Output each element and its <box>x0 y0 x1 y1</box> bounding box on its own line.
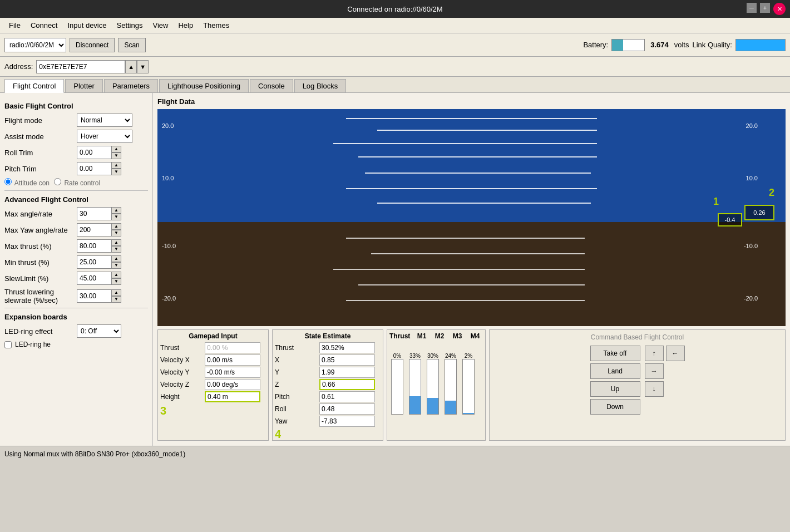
pitch-trim-label: Pitch Trim <box>4 165 77 173</box>
chart-label-neg10-right: -10.0 <box>744 243 758 249</box>
tab-console[interactable]: Console <box>250 79 293 92</box>
annotation-num-1: 1 <box>713 196 719 208</box>
tab-plotter[interactable]: Plotter <box>65 79 103 92</box>
menu-view[interactable]: View <box>148 20 172 31</box>
command-title: Command Based Flight Control <box>493 333 782 341</box>
led-ring-he-row: LED-ring he <box>4 341 148 348</box>
menubar: File Connect Input device Settings View … <box>0 18 790 33</box>
state-pitch-value: 0.61 <box>319 391 375 402</box>
slew-row: SlewLimit (%) ▲ ▼ <box>4 272 148 285</box>
scan-button[interactable]: Scan <box>118 38 145 52</box>
arrow-down-button[interactable]: ↓ <box>645 381 664 397</box>
min-thrust-up[interactable]: ▲ <box>111 255 121 262</box>
take-off-button[interactable]: Take off <box>590 346 640 361</box>
attitude-radio[interactable] <box>4 178 12 185</box>
down-button[interactable]: Down <box>590 399 640 415</box>
chart-line-1 <box>346 118 598 119</box>
slew-up[interactable]: ▲ <box>111 272 121 278</box>
max-angle-down[interactable]: ▼ <box>111 214 121 220</box>
max-thrust-input[interactable] <box>77 239 111 253</box>
state-roll-row: Roll 0.48 <box>275 403 381 415</box>
state-roll-value: 0.48 <box>319 403 375 415</box>
rate-radio[interactable] <box>54 178 61 185</box>
gamepad-thrust-value: 0.00 % <box>205 342 260 353</box>
advanced-flight-title: Advanced Flight Control <box>4 195 148 204</box>
state-z-value: 0.66 <box>319 379 375 390</box>
led-ring-label: LED-ring effect <box>4 327 77 336</box>
tab-log-blocks[interactable]: Log Blocks <box>294 79 347 92</box>
menu-help[interactable]: Help <box>174 20 198 31</box>
menu-settings[interactable]: Settings <box>112 20 147 31</box>
thrust-lower-input[interactable] <box>77 289 111 303</box>
pitch-trim-up[interactable]: ▲ <box>111 162 121 169</box>
max-thrust-down[interactable]: ▼ <box>111 246 121 253</box>
menu-themes[interactable]: Themes <box>199 20 234 31</box>
pitch-trim-input[interactable]: 0.00 <box>77 162 111 175</box>
address-input[interactable] <box>36 60 125 73</box>
tab-flight-control[interactable]: Flight Control <box>4 79 64 93</box>
arrow-right-button[interactable]: → <box>645 363 664 379</box>
expansion-title: Expansion boards <box>4 313 148 321</box>
minimize-button[interactable]: ─ <box>747 3 757 13</box>
max-yaw-up[interactable]: ▲ <box>111 223 121 230</box>
max-yaw-input[interactable] <box>77 223 111 237</box>
thrust-bar-outer-m2 <box>409 359 421 415</box>
state-estimate-panel: State Estimate Thrust 30.52% X 0.85 Y 1.… <box>272 329 383 441</box>
min-thrust-row: Min thrust (%) ▲ ▼ <box>4 255 148 269</box>
assist-mode-select[interactable]: Hover Altitude Hold <box>77 130 132 143</box>
land-button[interactable]: Land <box>590 363 640 379</box>
state-x-value: 0.85 <box>319 354 375 366</box>
max-angle-spinner: ▲ ▼ <box>77 207 121 220</box>
flight-mode-select[interactable]: Normal Advanced <box>77 114 132 127</box>
connection-select[interactable]: radio://0/60/2M <box>4 38 66 52</box>
slew-input[interactable] <box>77 272 111 285</box>
pitch-trim-down[interactable]: ▼ <box>111 169 121 175</box>
attitude-radio-label[interactable]: Attitude con <box>4 178 50 187</box>
max-thrust-up[interactable]: ▲ <box>111 239 121 246</box>
tab-lighthouse-positioning[interactable]: Lighthouse Positioning <box>159 79 249 92</box>
menu-input-device[interactable]: Input device <box>63 20 111 31</box>
roll-trim-up[interactable]: ▲ <box>111 146 121 152</box>
max-angle-input[interactable] <box>77 207 111 220</box>
disconnect-button[interactable]: Disconnect <box>70 38 115 52</box>
thrust-lower-down[interactable]: ▼ <box>111 296 121 303</box>
led-ring-select[interactable]: 0: Off 1: On <box>77 324 121 338</box>
menu-file[interactable]: File <box>4 20 25 31</box>
max-angle-label: Max angle/rate <box>4 210 77 218</box>
chart-label-20-left: 20.0 <box>162 122 174 129</box>
min-thrust-input[interactable] <box>77 255 111 269</box>
status-text: Using Normal mux with 8BitDo SN30 Pro+ (… <box>4 450 185 458</box>
close-button[interactable]: ✕ <box>773 3 786 15</box>
maximize-button[interactable]: + <box>760 3 770 13</box>
thrust-bar-m4: 24% <box>443 353 458 415</box>
min-thrust-down[interactable]: ▼ <box>111 262 121 269</box>
arrow-up-button[interactable]: ↑ <box>645 346 664 361</box>
chart-label-10-left: 10.0 <box>162 175 174 181</box>
arrow-left-button[interactable]: ← <box>666 346 685 361</box>
gamepad-vely-value: -0.00 m/s <box>205 367 260 378</box>
led-ring-he-checkbox[interactable] <box>4 341 12 348</box>
gamepad-height-row: Height 0.40 m <box>160 391 266 402</box>
chart-blue-area: 20.0 10.0 20.0 10.0 <box>157 109 786 222</box>
roll-trim-down[interactable]: ▼ <box>111 152 121 159</box>
address-up-button[interactable]: ▲ <box>125 60 137 73</box>
thrust-bar-outer-m4 <box>445 359 457 415</box>
gamepad-velz-row: Velocity Z 0.00 deg/s <box>160 379 266 390</box>
slew-down[interactable]: ▼ <box>111 278 121 285</box>
gamepad-title: Gamepad Input <box>160 332 266 340</box>
menu-connect[interactable]: Connect <box>26 20 62 31</box>
thrust-bars-container: 0% 33% 30% <box>389 342 483 415</box>
address-down-button[interactable]: ▼ <box>137 60 149 73</box>
up-button[interactable]: Up <box>590 381 640 397</box>
gamepad-velx-value: 0.00 m/s <box>205 354 260 366</box>
tab-parameters[interactable]: Parameters <box>104 79 158 92</box>
max-yaw-down[interactable]: ▼ <box>111 230 121 237</box>
thrust-lower-up[interactable]: ▲ <box>111 289 121 296</box>
rate-radio-label[interactable]: Rate control <box>54 178 100 187</box>
thrust-bar-m2: 33% <box>407 353 423 415</box>
gamepad-height-label: Height <box>160 393 205 401</box>
roll-trim-row: Roll Trim 0.00 ▲ ▼ <box>4 146 148 159</box>
roll-trim-input[interactable]: 0.00 <box>77 146 111 159</box>
max-angle-up[interactable]: ▲ <box>111 207 121 214</box>
battery-fill <box>612 40 623 51</box>
